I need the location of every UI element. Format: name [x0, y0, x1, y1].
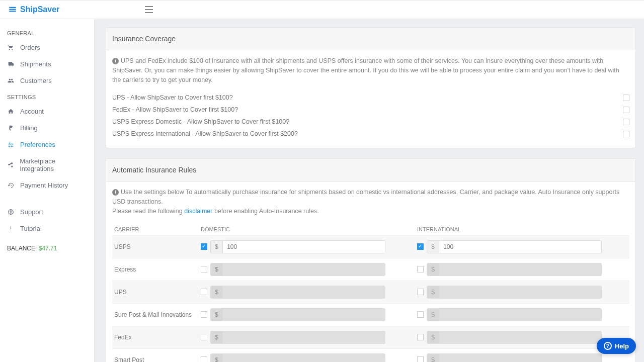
- header-carrier: Carrier: [114, 226, 201, 232]
- table-row: FedEx$$: [112, 326, 629, 348]
- domestic-field: $: [210, 240, 385, 253]
- currency-prefix: $: [427, 241, 439, 253]
- carrier-name: Smart Post: [114, 356, 201, 363]
- domestic-input[interactable]: [223, 263, 385, 276]
- intl-input[interactable]: [439, 286, 601, 298]
- currency-prefix: $: [211, 263, 223, 276]
- sliders-icon: [7, 141, 14, 148]
- header-international: International: [417, 226, 627, 232]
- sidebar-item-tutorial[interactable]: Tutorial: [0, 220, 94, 237]
- users-icon: [7, 77, 14, 84]
- domestic-checkbox[interactable]: [201, 334, 207, 340]
- intl-checkbox[interactable]: [417, 243, 424, 250]
- topbar: ShipSaver: [0, 0, 644, 19]
- domestic-field: $: [210, 286, 385, 299]
- coverage-label: UPS - Allow ShipSaver to Cover first $10…: [112, 94, 233, 101]
- coverage-checkbox[interactable]: [623, 131, 629, 137]
- currency-prefix: $: [211, 241, 223, 253]
- rules-table: Carrier Domestic International USPS$$Exp…: [112, 223, 629, 363]
- disclaimer-link[interactable]: disclaimer: [184, 208, 212, 215]
- domestic-checkbox[interactable]: [201, 289, 207, 295]
- sidebar-item-orders[interactable]: Orders: [0, 39, 94, 56]
- intl-field: $: [427, 308, 602, 321]
- paypal-icon: [7, 125, 14, 131]
- carrier-name: Sure Post & Mail Innovations: [114, 311, 201, 318]
- coverage-checkbox[interactable]: [623, 95, 629, 101]
- intl-checkbox[interactable]: [417, 356, 424, 362]
- globe-icon: [7, 209, 14, 215]
- intl-input[interactable]: [439, 309, 601, 321]
- truck-icon: [7, 61, 14, 67]
- domestic-checkbox[interactable]: [201, 356, 207, 362]
- coverage-label: FedEx - Allow ShipSaver to Cover first $…: [112, 106, 238, 113]
- intl-input[interactable]: [439, 263, 601, 276]
- domestic-field: $: [210, 263, 385, 276]
- domestic-input[interactable]: [223, 354, 385, 363]
- sidebar-item-payment-history[interactable]: Payment History: [0, 177, 94, 194]
- menu-toggle-icon[interactable]: [145, 6, 153, 13]
- currency-prefix: $: [427, 331, 439, 343]
- currency-prefix: $: [427, 286, 439, 298]
- carrier-name: FedEx: [114, 334, 201, 341]
- intl-field: $: [427, 286, 602, 299]
- intl-checkbox[interactable]: [417, 334, 424, 340]
- coverage-checkbox[interactable]: [623, 119, 629, 125]
- carrier-name: Express: [114, 266, 201, 273]
- home-icon: [7, 108, 14, 115]
- insurance-coverage-card: Insurance Coverage iUPS and FedEx includ…: [106, 27, 636, 148]
- sidebar-item-label: Tutorial: [20, 225, 42, 232]
- sidebar-item-label: Support: [20, 208, 43, 216]
- sidebar-item-billing[interactable]: Billing: [0, 120, 94, 136]
- currency-prefix: $: [211, 331, 223, 343]
- help-label: Help: [615, 342, 629, 350]
- sidebar-item-account[interactable]: Account: [0, 103, 94, 120]
- sidebar-item-label: Customers: [20, 77, 52, 84]
- carrier-name: USPS: [114, 243, 201, 250]
- sidebar: GENERAL Orders Shipments Customers SETTI…: [0, 19, 95, 362]
- currency-prefix: $: [211, 309, 223, 321]
- intl-checkbox[interactable]: [417, 289, 424, 295]
- domestic-checkbox[interactable]: [201, 243, 207, 250]
- sidebar-item-shipments[interactable]: Shipments: [0, 56, 94, 72]
- intl-checkbox[interactable]: [417, 266, 424, 273]
- brand-name: ShipSaver: [20, 5, 59, 14]
- intl-checkbox[interactable]: [417, 311, 424, 318]
- table-row: USPS$$: [112, 235, 629, 258]
- intl-field: $: [427, 263, 602, 276]
- intl-input[interactable]: [439, 331, 601, 343]
- coverage-row: USPS Express Domestic - Allow ShipSaver …: [112, 116, 629, 128]
- balance-amount: $47.71: [39, 245, 57, 252]
- intl-input[interactable]: [439, 241, 601, 253]
- intl-field: $: [427, 240, 602, 253]
- intl-input[interactable]: [439, 354, 601, 363]
- sidebar-item-label: Shipments: [20, 60, 51, 68]
- sidebar-item-label: Orders: [20, 44, 40, 51]
- table-header: Carrier Domestic International: [112, 223, 629, 235]
- rules-info: iUse the settings below To automatically…: [112, 188, 629, 216]
- domestic-checkbox[interactable]: [201, 311, 207, 318]
- domestic-input[interactable]: [223, 331, 385, 343]
- coverage-checkbox[interactable]: [623, 107, 629, 113]
- sidebar-item-marketplace[interactable]: Marketplace Integrations: [0, 153, 94, 177]
- main-content: Insurance Coverage iUPS and FedEx includ…: [95, 19, 644, 362]
- currency-prefix: $: [211, 354, 223, 363]
- logo-icon: [8, 5, 17, 14]
- domestic-input[interactable]: [223, 241, 385, 253]
- domestic-input[interactable]: [223, 286, 385, 298]
- exclamation-icon: [7, 225, 14, 232]
- balance: BALANCE: $47.71: [0, 237, 94, 260]
- domestic-checkbox[interactable]: [201, 266, 207, 273]
- info-icon: i: [112, 189, 119, 196]
- sidebar-item-support[interactable]: Support: [0, 204, 94, 220]
- coverage-label: USPS Express Domestic - Allow ShipSaver …: [112, 118, 289, 125]
- share-icon: [7, 162, 14, 168]
- sidebar-item-customers[interactable]: Customers: [0, 72, 94, 89]
- currency-prefix: $: [427, 354, 439, 363]
- info-icon: i: [112, 58, 119, 64]
- help-button[interactable]: ? Help: [597, 338, 636, 354]
- domestic-input[interactable]: [223, 309, 385, 321]
- domestic-field: $: [210, 331, 385, 344]
- sidebar-item-preferences[interactable]: Preferences: [0, 136, 94, 153]
- intl-field: $: [427, 331, 602, 344]
- coverage-info: iUPS and FedEx include $100 of insurance…: [112, 56, 629, 84]
